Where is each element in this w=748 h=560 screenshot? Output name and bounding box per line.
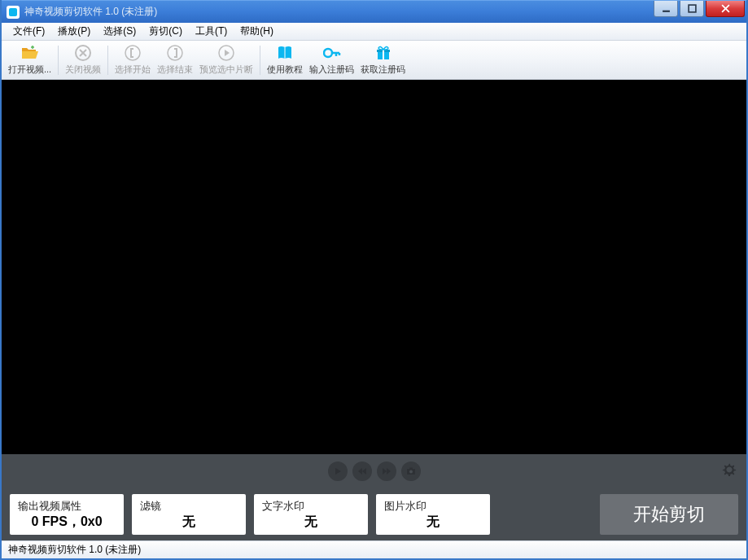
close-circle-icon <box>75 44 91 62</box>
svg-point-3 <box>125 46 140 60</box>
player-controls <box>328 462 421 481</box>
menu-play[interactable]: 播放(P) <box>51 23 97 40</box>
select-end-button: 选择结束 <box>154 42 196 77</box>
bracket-left-icon <box>125 44 141 62</box>
preview-selection-button: 预览选中片断 <box>196 42 256 77</box>
folder-open-icon <box>21 44 39 62</box>
video-preview[interactable] <box>2 80 746 454</box>
filter-panel[interactable]: 滤镜 无 <box>132 494 246 535</box>
output-props-value: 0 FPS，0x0 <box>18 514 116 531</box>
output-props-title: 输出视频属性 <box>18 499 116 514</box>
text-watermark-panel[interactable]: 文字水印 无 <box>254 494 368 535</box>
rewind-button[interactable] <box>352 462 372 481</box>
titlebar[interactable]: 神奇视频剪切软件 1.0 (未注册) <box>2 0 746 23</box>
status-text: 神奇视频剪切软件 1.0 (未注册) <box>8 543 141 557</box>
snapshot-button[interactable] <box>401 462 421 481</box>
enter-code-button[interactable]: 输入注册码 <box>306 42 357 77</box>
window-title: 神奇视频剪切软件 1.0 (未注册) <box>24 5 654 19</box>
open-video-button[interactable]: 打开视频... <box>5 42 55 77</box>
image-watermark-panel[interactable]: 图片水印 无 <box>376 494 490 535</box>
menubar: 文件(F) 播放(P) 选择(S) 剪切(C) 工具(T) 帮助(H) <box>2 23 746 41</box>
maximize-button[interactable] <box>680 1 704 17</box>
menu-file[interactable]: 文件(F) <box>7 23 51 40</box>
tutorial-button[interactable]: 使用教程 <box>264 42 306 77</box>
svg-point-4 <box>168 46 182 60</box>
play-button[interactable] <box>328 462 348 481</box>
close-video-button: 关闭视频 <box>62 42 104 77</box>
play-circle-icon <box>218 44 234 62</box>
window-controls <box>654 1 746 23</box>
player-bar <box>2 454 746 488</box>
svg-point-11 <box>409 470 413 474</box>
key-icon <box>323 44 341 62</box>
svg-rect-9 <box>383 50 384 59</box>
settings-button[interactable] <box>722 462 737 480</box>
output-props-panel[interactable]: 输出视频属性 0 FPS，0x0 <box>10 494 124 535</box>
svg-rect-0 <box>663 11 670 12</box>
forward-button[interactable] <box>377 462 396 481</box>
image-wm-title: 图片水印 <box>384 499 482 514</box>
filter-title: 滤镜 <box>140 499 238 514</box>
statusbar: 神奇视频剪切软件 1.0 (未注册) <box>2 540 746 558</box>
filter-value: 无 <box>140 514 238 531</box>
minimize-button[interactable] <box>654 1 678 17</box>
menu-select[interactable]: 选择(S) <box>97 23 142 40</box>
menu-help[interactable]: 帮助(H) <box>234 23 280 40</box>
svg-rect-1 <box>689 5 696 12</box>
close-button[interactable] <box>706 1 745 17</box>
toolbar-divider <box>260 46 260 75</box>
menu-cut[interactable]: 剪切(C) <box>142 23 189 40</box>
text-wm-title: 文字水印 <box>262 499 360 514</box>
bracket-right-icon <box>167 44 183 62</box>
menu-tools[interactable]: 工具(T) <box>189 23 234 40</box>
svg-point-6 <box>324 49 332 57</box>
toolbar-divider <box>107 46 108 75</box>
select-start-button: 选择开始 <box>112 42 154 77</box>
image-wm-value: 无 <box>384 514 482 531</box>
svg-rect-12 <box>409 468 413 470</box>
app-icon <box>7 6 20 19</box>
app-window: 神奇视频剪切软件 1.0 (未注册) 文件(F) 播放(P) 选择(S) 剪切(… <box>0 0 748 560</box>
book-icon <box>277 44 293 62</box>
toolbar-divider <box>58 46 59 75</box>
start-cut-button[interactable]: 开始剪切 <box>600 494 738 535</box>
get-code-button[interactable]: 获取注册码 <box>357 42 409 77</box>
bottom-panels: 输出视频属性 0 FPS，0x0 滤镜 无 文字水印 无 图片水印 无 开始剪切 <box>2 488 746 540</box>
text-wm-value: 无 <box>262 514 360 531</box>
gift-icon <box>375 44 391 62</box>
toolbar: 打开视频... 关闭视频 选择开始 选择结束 <box>2 41 746 80</box>
